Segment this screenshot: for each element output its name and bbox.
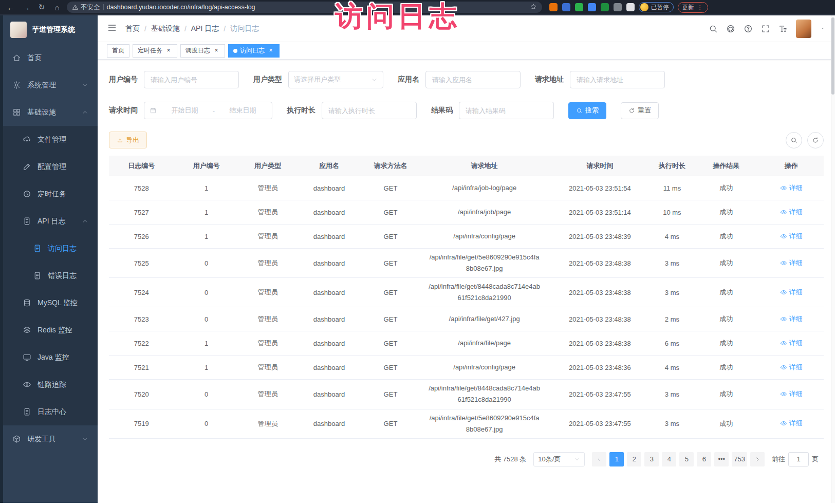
avatar-caret-icon[interactable] xyxy=(820,24,826,33)
sidebar-item-access-log[interactable]: 访问日志 xyxy=(3,235,98,262)
pager-page-5[interactable]: 5 xyxy=(679,452,694,466)
pager-page-753[interactable]: 753 xyxy=(732,452,747,466)
sidebar-item-scheduled-tasks[interactable]: 定时任务 xyxy=(3,180,98,208)
ext-translate-badge-icon[interactable] xyxy=(601,3,609,11)
github-icon[interactable] xyxy=(726,24,735,33)
browser-forward-button[interactable]: → xyxy=(21,3,32,12)
toggle-search-button[interactable] xyxy=(786,132,802,148)
pager-page-1[interactable]: 1 xyxy=(609,452,624,466)
export-button[interactable]: 导出 xyxy=(109,132,147,148)
sidebar-item-redis-monitor[interactable]: Redis 监控 xyxy=(3,316,98,344)
detail-link[interactable]: 详细 xyxy=(780,363,803,372)
eye-icon xyxy=(780,259,787,267)
tab-label: 访问日志 xyxy=(240,46,265,55)
tab-home[interactable]: 首页 xyxy=(107,44,129,58)
detail-link[interactable]: 详细 xyxy=(780,232,803,241)
not-secure-warning[interactable]: 不安全 xyxy=(72,3,100,12)
table-cell: 1 xyxy=(174,364,238,371)
page-size-value: 10条/页 xyxy=(538,455,561,464)
help-icon[interactable] xyxy=(744,24,753,33)
update-label: 更新 xyxy=(682,4,694,11)
browser-back-button[interactable]: ← xyxy=(5,3,16,12)
next-page-button[interactable] xyxy=(750,452,765,466)
sidebar-item-link-tracing[interactable]: 链路追踪 xyxy=(3,371,98,398)
user-avatar[interactable] xyxy=(796,20,811,38)
search-icon[interactable] xyxy=(709,24,718,33)
table-row: 75190管理员dashboardGET/api/infra/file/get/… xyxy=(109,409,824,439)
search-button[interactable]: 搜索 xyxy=(568,102,606,119)
user-id-input[interactable] xyxy=(144,71,239,88)
ext-color-grid-icon[interactable] xyxy=(588,3,596,11)
sidebar-item-dev-tools[interactable]: 研发工具 xyxy=(3,425,98,453)
prev-page-button[interactable] xyxy=(592,452,606,466)
result-code-input[interactable] xyxy=(459,102,554,119)
breadcrumb-item[interactable]: 首页 xyxy=(125,24,140,33)
pager-ellipsis[interactable]: ••• xyxy=(714,452,729,466)
user-type-select[interactable]: 请选择用户类型 xyxy=(288,71,383,88)
ext-green-circle-icon[interactable] xyxy=(575,3,583,11)
close-icon[interactable]: × xyxy=(165,47,172,54)
bookmark-star-icon[interactable] xyxy=(530,3,537,12)
actions-cell: 详细 xyxy=(759,339,824,348)
sidebar-item-log-center[interactable]: 日志中心 xyxy=(3,398,98,425)
sidebar-item-java-monitor[interactable]: Java 监控 xyxy=(3,344,98,371)
detail-link[interactable]: 详细 xyxy=(780,339,803,348)
sidebar-item-home[interactable]: 首页 xyxy=(3,44,98,71)
pager-page-6[interactable]: 6 xyxy=(697,452,711,466)
table-row: 75221管理员dashboardGET/api/infra/file/page… xyxy=(109,331,824,356)
ext-blue-shield-icon[interactable] xyxy=(562,3,570,11)
font-size-icon[interactable] xyxy=(778,24,788,33)
page-content: 用户编号 用户类型 请选择用户类型 应用名 xyxy=(98,60,835,503)
breadcrumb-item[interactable]: 基础设施 xyxy=(151,24,180,33)
browser-home-button[interactable]: ⌂ xyxy=(51,3,63,12)
browser-menu-icon[interactable]: ⋮ xyxy=(697,4,703,11)
browser-reload-button[interactable]: ↻ xyxy=(36,3,47,12)
page-size-select[interactable]: 10条/页 xyxy=(533,452,585,466)
reset-button[interactable]: 重置 xyxy=(621,102,659,119)
detail-link[interactable]: 详细 xyxy=(780,288,803,297)
filter-label: 请求地址 xyxy=(535,75,564,84)
sidebar-item-infrastructure[interactable]: 基础设施 xyxy=(3,99,98,126)
scrollbar-track[interactable] xyxy=(831,15,835,503)
pager-page-2[interactable]: 2 xyxy=(627,452,641,466)
app-name-input[interactable] xyxy=(425,71,521,88)
sidebar-toggle-button[interactable] xyxy=(107,23,117,35)
request-url-input[interactable] xyxy=(570,71,665,88)
goto-page-input[interactable] xyxy=(788,452,809,466)
breadcrumb-item[interactable]: API 日志 xyxy=(191,24,219,33)
sidebar-item-error-log[interactable]: 错误日志 xyxy=(3,262,98,289)
table-cell: 1 xyxy=(174,209,238,216)
sidebar-item-config-management[interactable]: 配置管理 xyxy=(3,153,98,180)
fullscreen-icon[interactable] xyxy=(761,24,770,33)
sidebar-item-file-management[interactable]: 文件管理 xyxy=(3,126,98,153)
sidebar-item-api-log[interactable]: API 日志 xyxy=(3,208,98,235)
detail-link[interactable]: 详细 xyxy=(780,183,803,193)
ext-puzzle-icon[interactable] xyxy=(626,3,635,11)
refresh-table-button[interactable] xyxy=(807,132,824,148)
sidebar-item-mysql-monitor[interactable]: MySQL 监控 xyxy=(3,289,98,316)
pager-page-3[interactable]: 3 xyxy=(644,452,659,466)
duration-input[interactable] xyxy=(322,102,417,119)
browser-profile-button[interactable]: 已暂停 xyxy=(639,2,674,12)
scrollbar-thumb[interactable] xyxy=(831,17,834,95)
detail-link[interactable]: 详细 xyxy=(780,419,803,428)
ext-grey-tool-icon[interactable] xyxy=(614,3,622,11)
close-icon[interactable]: × xyxy=(267,47,274,54)
close-icon[interactable]: × xyxy=(213,47,220,54)
pager-page-4[interactable]: 4 xyxy=(662,452,676,466)
address-bar[interactable]: 不安全 dashboard.yudao.iocoder.cn/infra/log… xyxy=(67,2,542,13)
sidebar-item-system-management[interactable]: 系统管理 xyxy=(3,71,98,99)
date-range-picker[interactable]: 开始日期 - 结束日期 xyxy=(144,102,272,119)
detail-link[interactable]: 详细 xyxy=(780,208,803,217)
detail-link[interactable]: 详细 xyxy=(780,389,803,399)
tab-access-log[interactable]: 访问日志× xyxy=(228,44,280,58)
app-logo[interactable]: 芋道管理系统 xyxy=(3,15,98,44)
tab-schedule-log[interactable]: 调度日志× xyxy=(180,44,225,58)
browser-update-button[interactable]: 更新 ⋮ xyxy=(678,2,708,13)
tab-scheduled-tasks[interactable]: 定时任务× xyxy=(133,44,177,58)
ext-orange-circle-icon[interactable] xyxy=(549,3,558,11)
detail-link[interactable]: 详细 xyxy=(780,258,803,268)
gear-icon xyxy=(12,81,21,89)
detail-link[interactable]: 详细 xyxy=(780,314,803,324)
sidebar-item-label: 文件管理 xyxy=(38,135,66,144)
